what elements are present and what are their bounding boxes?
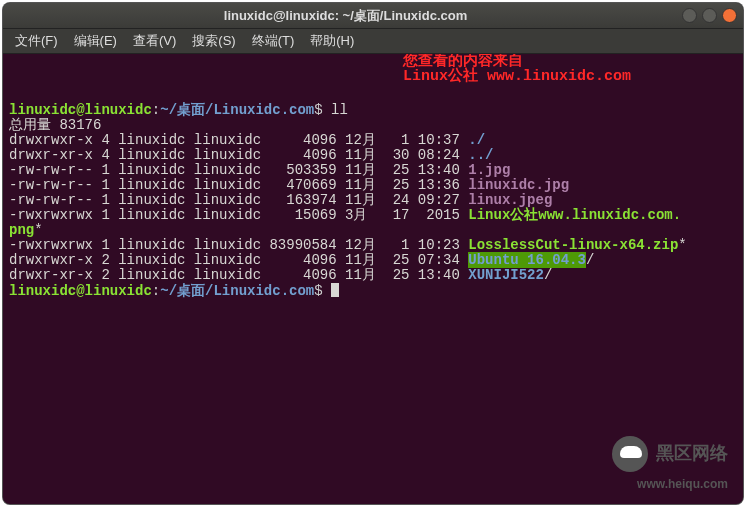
terminal-window: linuxidc@linuxidc: ~/桌面/Linuxidc.com 文件(… [3, 3, 743, 504]
titlebar[interactable]: linuxidc@linuxidc: ~/桌面/Linuxidc.com [3, 3, 743, 29]
brand-watermark: 黑区网络 www.heiqu.com [612, 436, 728, 493]
overlay-watermark: 您查看的内容来自Linux公社 www.linuxidc.com [403, 54, 631, 84]
menu-edit[interactable]: 编辑(E) [68, 30, 123, 52]
maximize-button[interactable] [702, 8, 717, 23]
menu-terminal[interactable]: 终端(T) [246, 30, 301, 52]
close-button[interactable] [722, 8, 737, 23]
mushroom-icon [612, 436, 648, 472]
menu-help[interactable]: 帮助(H) [304, 30, 360, 52]
menu-file[interactable]: 文件(F) [9, 30, 64, 52]
menubar: 文件(F) 编辑(E) 查看(V) 搜索(S) 终端(T) 帮助(H) [3, 29, 743, 54]
menu-view[interactable]: 查看(V) [127, 30, 182, 52]
window-buttons [682, 8, 737, 23]
minimize-button[interactable] [682, 8, 697, 23]
menu-search[interactable]: 搜索(S) [186, 30, 241, 52]
window-title: linuxidc@linuxidc: ~/桌面/Linuxidc.com [9, 7, 682, 25]
